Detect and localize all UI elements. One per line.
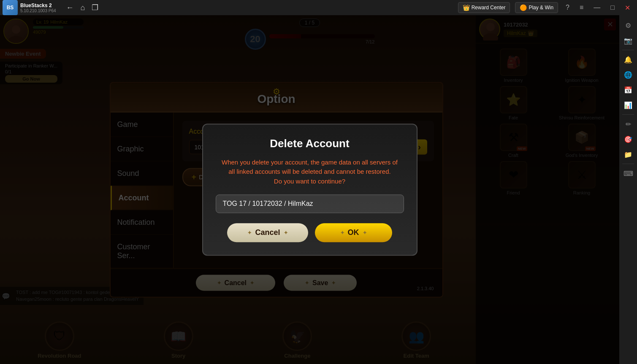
dialog-cancel-diamond-right: ✦ — [284, 230, 288, 236]
help-button[interactable]: ? — [563, 3, 572, 12]
menu-button[interactable]: ≡ — [577, 3, 586, 12]
coin-icon: 🟠 — [520, 4, 527, 11]
dialog-title: Delete Account — [216, 137, 404, 150]
minimize-button[interactable]: — — [591, 3, 603, 12]
dialog-cancel-button[interactable]: ✦ Cancel ✦ — [227, 223, 308, 242]
gear-icon[interactable]: ⚙ — [621, 19, 635, 32]
copy-button[interactable]: ❐ — [90, 1, 100, 14]
keyboard-icon[interactable]: ⌨ — [621, 167, 635, 180]
close-window-button[interactable]: ✕ — [622, 3, 633, 13]
reward-center-button[interactable]: 👑 Reward Center — [458, 2, 510, 13]
play-win-label: Play & Win — [529, 5, 553, 11]
dialog-ok-button[interactable]: ✦ OK ✦ — [315, 223, 392, 242]
chart-icon[interactable]: 📊 — [621, 98, 635, 112]
dialog-cancel-diamond-left: ✦ — [247, 230, 252, 236]
folder-icon[interactable]: 📁 — [621, 148, 635, 161]
titlebar-nav: ← ⌂ ❐ — [65, 1, 100, 14]
bluestacks-logo: BS — [3, 0, 18, 15]
dialog-ok-diamond-right: ✦ — [363, 230, 367, 236]
dialog-ok-label: OK — [348, 228, 359, 237]
edit-icon[interactable]: ✏ — [621, 117, 635, 131]
dialog-warning: When you delete your account, the game d… — [216, 158, 404, 186]
dialog-account-info: TOG 17 / 10172032 / HilmKaz — [216, 194, 404, 213]
app-name: BlueStacks 2 — [20, 3, 56, 8]
sidebar-divider-3 — [622, 164, 634, 164]
camera-icon[interactable]: 📷 — [621, 34, 635, 47]
sidebar-divider-2 — [622, 114, 634, 115]
maximize-button[interactable]: □ — [608, 3, 617, 12]
delete-account-dialog: Delete Account When you delete your acco… — [202, 124, 417, 256]
dialog-buttons: ✦ Cancel ✦ ✦ OK ✦ — [216, 223, 404, 242]
bluestacks-right-sidebar: ⚙ 📷 🔔 🌐 📅 📊 ✏ 🎯 📁 ⌨ — [619, 15, 637, 364]
titlebar-right: 👑 Reward Center 🟠 Play & Win ? ≡ — □ ✕ — [458, 2, 633, 13]
reward-center-label: Reward Center — [472, 5, 506, 11]
globe-icon[interactable]: 🌐 — [621, 68, 635, 81]
crown-icon: 👑 — [463, 4, 470, 11]
home-button[interactable]: ⌂ — [79, 2, 87, 14]
calendar-icon[interactable]: 📅 — [621, 83, 635, 97]
app-version: 5.10.210.1003 P64 — [20, 8, 56, 13]
back-button[interactable]: ← — [65, 2, 76, 14]
bell-icon[interactable]: 🔔 — [621, 53, 635, 66]
sidebar-divider-1 — [622, 50, 634, 50]
target-icon[interactable]: 🎯 — [621, 132, 635, 146]
play-win-button[interactable]: 🟠 Play & Win — [515, 2, 558, 13]
app-info: BlueStacks 2 5.10.210.1003 P64 — [20, 3, 56, 13]
titlebar: BS BlueStacks 2 5.10.210.1003 P64 ← ⌂ ❐ … — [0, 0, 637, 15]
game-content: Lv. 19 HilmKaz 49079 1 / 5 20 7/12 — [0, 15, 619, 364]
dialog-ok-diamond-left: ✦ — [340, 230, 344, 236]
dialog-cancel-label: Cancel — [255, 228, 280, 237]
